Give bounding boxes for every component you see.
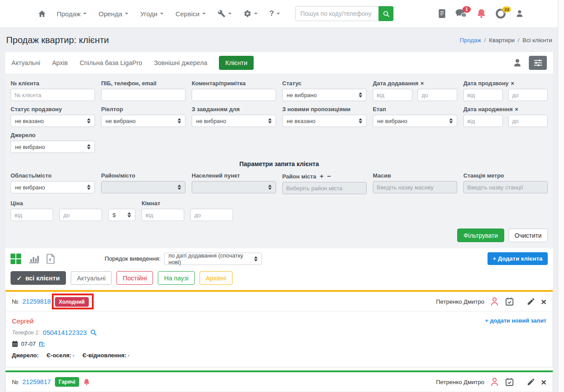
filter-realtor: Ріелтор не вибрано (101, 106, 186, 127)
phone-number-link[interactable]: 050414122323 (43, 329, 87, 336)
chip-archived[interactable]: Архівні (200, 271, 233, 285)
p-link[interactable]: П: (39, 341, 45, 347)
breadcrumb-separator: / (484, 37, 486, 44)
status-select[interactable]: не вибрано (282, 89, 367, 101)
client-card: № 21259818 Холодний Петренко Дмитро (5, 290, 553, 367)
rooms-from-input[interactable] (142, 209, 184, 221)
chip-permanent[interactable]: Постійні (116, 271, 153, 285)
pib-input[interactable] (101, 89, 186, 101)
filter-settings-button[interactable] (529, 56, 547, 70)
price-to-input[interactable] (59, 209, 102, 221)
excel-export-icon[interactable]: x (47, 254, 55, 264)
chip-all-clients[interactable]: ✓всі клієнти (11, 271, 66, 285)
date-added-from-input[interactable] (373, 89, 412, 101)
currency-select[interactable]: $ (108, 209, 135, 221)
agent-person-icon[interactable] (490, 377, 499, 387)
chip-actual[interactable]: Актуальні (71, 271, 112, 285)
clear-date-icon[interactable]: × (421, 80, 424, 87)
close-icon[interactable]: × (541, 377, 546, 387)
filter-button[interactable]: Фільтрувати (457, 229, 504, 242)
breadcrumb-link-prodazh[interactable]: Продаж (460, 37, 481, 44)
nav-menu-help[interactable]: ? (269, 9, 280, 18)
remove-district-icon[interactable]: − (327, 172, 331, 180)
district-select (101, 181, 186, 193)
client-number-link[interactable]: 21259817 (22, 378, 51, 385)
results-toolbar: x Порядок виведення: по даті додавання (… (5, 248, 553, 269)
add-request-link[interactable]: + додати новий запит (485, 317, 546, 324)
calendar-check-icon[interactable] (505, 377, 514, 387)
filter-date-call: Дата продзвону× (463, 80, 548, 101)
nav-menu-servisy[interactable]: Сервіси (175, 10, 206, 18)
clear-date-icon[interactable]: × (515, 106, 518, 113)
new-offers-select[interactable]: не вказано (282, 115, 367, 127)
tab-arkhiv[interactable]: Архів (52, 59, 68, 66)
edit-pencil-icon[interactable] (527, 377, 535, 386)
calendar-check-icon[interactable] (505, 297, 514, 306)
tab-zovnishni[interactable]: Зовнішні джерела (154, 59, 207, 66)
home-icon[interactable] (38, 10, 46, 18)
filter-label: Дата продзвону (463, 80, 509, 87)
chart-view-icon[interactable] (29, 254, 39, 264)
client-number-input[interactable] (11, 89, 95, 101)
page-scrollbar[interactable] (558, 0, 564, 392)
date-added-to-input[interactable] (418, 89, 457, 101)
journal-icon[interactable] (438, 9, 446, 18)
reminder-bell-icon[interactable] (83, 378, 90, 386)
agent-person-icon[interactable] (490, 297, 499, 306)
grid-view-icon[interactable] (11, 254, 21, 264)
filter-label: Район міста (282, 173, 316, 180)
filter-label: З завданням для (192, 106, 240, 113)
select-value: не вибрано (377, 118, 408, 124)
filter-label: Масив (373, 172, 391, 179)
client-number-link[interactable]: 21259818 (22, 298, 51, 305)
realtor-select[interactable]: не вибрано (101, 115, 186, 127)
edit-pencil-icon[interactable] (527, 297, 535, 306)
phone-search-icon[interactable] (90, 329, 97, 336)
sort-order-select[interactable]: по даті додавання (спочатку нові) (164, 253, 262, 265)
chip-paused[interactable]: На паузі (158, 271, 194, 285)
close-icon[interactable]: × (541, 297, 546, 306)
birth-date-to-input[interactable] (508, 115, 548, 127)
filter-rooms-to (190, 209, 233, 221)
call-status-select[interactable]: не вказано (11, 115, 95, 127)
nav-menu-ugody[interactable]: Угоди (140, 10, 164, 18)
balance-icon[interactable]: 23 (495, 8, 506, 19)
notifications-bell-icon[interactable] (477, 8, 486, 19)
select-value: не вказано (15, 118, 44, 124)
date-call-to-input[interactable] (508, 89, 548, 101)
chevron-down-icon (83, 13, 87, 15)
nav-menu-orenda[interactable]: Оренда (98, 10, 128, 18)
with-task-select[interactable]: не вибрано (192, 115, 276, 127)
nav-menu-prodazh[interactable]: Продаж (57, 10, 87, 18)
date-call-from-input[interactable] (463, 89, 503, 101)
nav-menu-settings[interactable] (244, 10, 258, 18)
add-client-button[interactable]: + Додати клієнта (488, 252, 548, 265)
clear-button[interactable]: Очистити (509, 229, 548, 242)
region-select[interactable]: не вибрано (11, 181, 95, 193)
add-district-icon[interactable]: + (320, 172, 324, 180)
comment-input[interactable] (192, 89, 276, 101)
birth-date-from-input[interactable] (463, 115, 503, 127)
clear-date-icon[interactable]: × (511, 80, 514, 87)
select-value: не вибрано (15, 184, 45, 191)
breadcrumb: Продаж / Квартири / Всі клієнти (460, 37, 552, 44)
tab-ligapro[interactable]: Спільна база LigaPro (80, 59, 142, 66)
rooms-to-input[interactable] (190, 209, 233, 221)
stage-select[interactable]: не вибрано (373, 115, 457, 127)
profile-icon[interactable] (515, 9, 524, 18)
profile-icon[interactable] (513, 58, 522, 68)
search-input[interactable] (295, 6, 378, 21)
price-from-input[interactable] (11, 209, 53, 221)
chevron-down-icon (202, 13, 206, 15)
source-select[interactable]: не вибрано (11, 141, 95, 153)
filter-label: Станція метро (463, 172, 504, 179)
tab-kliienty-active[interactable]: Клієнти (219, 56, 253, 70)
filter-label: Дата народження (463, 106, 513, 113)
select-caret-icon (127, 212, 131, 218)
nav-menu-tools[interactable] (218, 10, 232, 18)
tab-aktualni[interactable]: Актуальні (11, 59, 40, 66)
messages-icon[interactable]: 1 (455, 8, 467, 19)
client-card-body: Сергей Телефон 1: 050414122323 07-07 П: (6, 312, 553, 367)
search-button[interactable] (378, 6, 393, 21)
wrench-icon (218, 10, 226, 18)
